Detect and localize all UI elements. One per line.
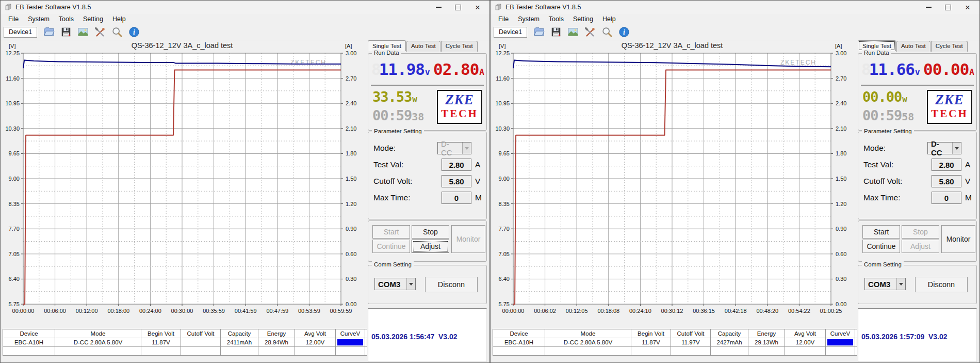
max-time-input[interactable] (932, 192, 961, 204)
menu-item-system[interactable]: System (513, 14, 544, 24)
results-col-curvev: CurveV (336, 329, 365, 338)
results-col-energy: Energy (748, 329, 785, 338)
com-port-select[interactable]: COM3 (864, 278, 906, 290)
minimize-button[interactable] (919, 1, 938, 14)
svg-text:0.90: 0.90 (836, 226, 846, 232)
menu-item-tools[interactable]: Tools (54, 14, 78, 24)
svg-text:[A]: [A] (835, 43, 842, 49)
maximize-icon (945, 5, 951, 10)
mode-select[interactable]: D-CC (437, 142, 471, 154)
monitor-button[interactable]: Monitor (941, 225, 975, 253)
menu-item-help[interactable]: Help (108, 14, 130, 24)
cutoff-volt-label: Cutoff Volt: (373, 177, 442, 186)
max-time-input[interactable] (442, 192, 471, 204)
maximize-button[interactable] (938, 1, 958, 14)
toolbar: Device1 i (491, 24, 979, 40)
svg-text:2.40: 2.40 (836, 100, 846, 106)
zoom-icon[interactable] (600, 26, 614, 38)
results-col-begin-volt: Begin Volt (141, 329, 181, 338)
results-col-curvev: CurveV (826, 329, 855, 338)
tools-icon[interactable] (583, 26, 597, 38)
max-time-unit: M (475, 193, 483, 202)
stop-button[interactable]: Stop (412, 225, 449, 239)
zoom-icon[interactable] (110, 26, 124, 38)
svg-text:0.00: 0.00 (836, 301, 846, 307)
svg-text:00:00:00: 00:00:00 (12, 308, 35, 314)
close-button[interactable] (958, 1, 977, 14)
test-val-input[interactable] (442, 159, 471, 171)
table-row[interactable] (3, 347, 368, 356)
svg-text:2.10: 2.10 (346, 125, 356, 132)
cutoff-volt-input[interactable] (932, 175, 961, 187)
results-col-device: Device (493, 329, 545, 338)
image-export-icon[interactable] (566, 26, 580, 38)
menu-item-system[interactable]: System (23, 14, 54, 24)
info-icon[interactable]: i (127, 26, 141, 38)
table-row[interactable] (493, 347, 858, 356)
disconnect-button[interactable]: Disconn (425, 277, 478, 292)
adjust-button[interactable]: Adjust (902, 240, 939, 253)
minimize-button[interactable] (429, 1, 448, 14)
device-selector[interactable]: Device1 (494, 27, 527, 38)
svg-text:2.10: 2.10 (836, 125, 846, 132)
titlebar[interactable]: EB Tester Software V1.8.5 (1, 1, 489, 14)
device-selector[interactable]: Device1 (4, 27, 37, 38)
open-folder-icon[interactable] (42, 26, 56, 38)
minimize-icon (436, 7, 442, 8)
tab-auto-test[interactable]: Auto Test (896, 41, 930, 52)
menu-item-help[interactable]: Help (598, 14, 620, 24)
menu-item-file[interactable]: File (494, 14, 513, 24)
mode-select[interactable]: D-CC (927, 142, 961, 154)
tab-cycle-test[interactable]: Cycle Test (931, 41, 968, 52)
disconnect-button[interactable]: Disconn (915, 277, 968, 292)
table-row[interactable]: EBC-A10HD-CC 2.80A 5.80V11.87V2411mAh28.… (3, 338, 368, 347)
svg-text:00:41:59: 00:41:59 (235, 308, 257, 314)
tools-icon[interactable] (93, 26, 107, 38)
svg-text:00:30:00: 00:30:00 (171, 308, 193, 314)
maximize-button[interactable] (448, 1, 468, 14)
svg-text:00:06:00: 00:06:00 (44, 308, 66, 314)
continue-button[interactable]: Continue (862, 240, 900, 253)
max-time-label: Max Time: (373, 193, 442, 202)
svg-text:11.60: 11.60 (496, 75, 510, 82)
image-export-icon[interactable] (76, 26, 90, 38)
com-port-select[interactable]: COM3 (374, 278, 416, 290)
cutoff-volt-input[interactable] (442, 175, 471, 187)
adjust-button[interactable]: Adjust (412, 240, 449, 253)
cutoff-volt-unit: V (475, 177, 483, 186)
tab-cycle-test[interactable]: Cycle Test (441, 41, 478, 52)
menu-item-file[interactable]: File (4, 14, 23, 24)
zketech-logo: ZKE TECH (927, 90, 972, 124)
monitor-button[interactable]: Monitor (451, 225, 485, 253)
open-folder-icon[interactable] (532, 26, 546, 38)
close-button[interactable] (468, 1, 487, 14)
save-icon[interactable] (59, 26, 73, 38)
svg-text:00:06:02: 00:06:02 (534, 308, 556, 314)
tab-auto-test[interactable]: Auto Test (406, 41, 440, 52)
chevron-down-icon (896, 278, 905, 290)
toolbar: Device1 i (1, 24, 489, 40)
titlebar[interactable]: EB Tester Software V1.8.5 (491, 1, 979, 14)
continue-button[interactable]: Continue (372, 240, 410, 253)
zketech-logo: ZKE TECH (437, 90, 482, 124)
results-col-device: Device (3, 329, 55, 338)
test-chart: 00:00:0000:06:0000:12:0000:18:0000:24:00… (3, 41, 367, 326)
table-row[interactable]: EBC-A10HD-CC 2.80A 5.80V11.87V11.97V2427… (493, 338, 858, 347)
start-button[interactable]: Start (372, 225, 410, 239)
test-val-input[interactable] (932, 159, 961, 171)
start-button[interactable]: Start (862, 225, 900, 239)
svg-text:00:35:59: 00:35:59 (203, 308, 225, 314)
svg-text:01:00:25: 01:00:25 (820, 308, 842, 314)
info-icon[interactable]: i (617, 26, 631, 38)
status-line-timestamp: 05.03.2026 1:56:47 V3.02 (371, 332, 483, 342)
menu-item-setting[interactable]: Setting (568, 14, 598, 24)
stop-button[interactable]: Stop (902, 225, 939, 239)
svg-text:12.25: 12.25 (495, 50, 510, 56)
menu-item-setting[interactable]: Setting (78, 14, 108, 24)
results-col-curvea: CurveA (365, 329, 368, 338)
menu-item-tools[interactable]: Tools (544, 14, 568, 24)
save-icon[interactable] (549, 26, 563, 38)
svg-text:7.05: 7.05 (499, 251, 510, 257)
svg-text:10.95: 10.95 (495, 100, 510, 106)
current-display: 00.00A (923, 60, 974, 78)
